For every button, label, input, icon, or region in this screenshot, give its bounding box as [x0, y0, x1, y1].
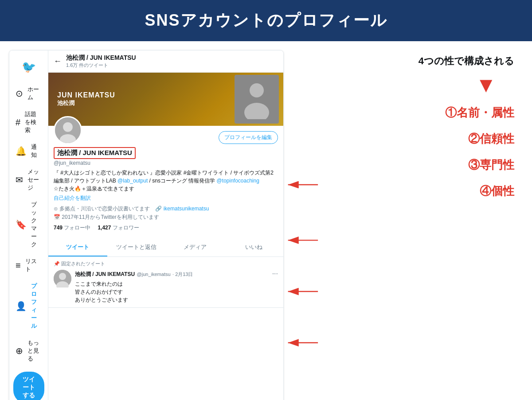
tweet-date: · 2月13日: [172, 272, 193, 277]
following-label: フォロー中: [64, 225, 90, 231]
annotation-item-1: ①名前・属性: [297, 106, 514, 120]
header: SNSアカウントのプロフィール: [0, 0, 532, 41]
profile-nav-tweets: 1.6万 件のツイート: [66, 62, 136, 69]
profile-name-box: 池松潤 / JUN IKEMATSU: [54, 147, 136, 159]
following-count: 749: [54, 225, 63, 231]
mention-lab[interactable]: @lab_output: [117, 178, 148, 184]
profile-bio: 『 #大人はシゴトと恋でしか変われない 』恋愛小説家 #金曜トワイライト / サ…: [54, 169, 278, 193]
profile-website-link[interactable]: ikematsunikematsu: [164, 206, 209, 212]
tweet-button[interactable]: ツイートする: [13, 372, 44, 400]
profile-avatar-area: プロフィールを編集: [48, 113, 283, 144]
pinned-tweet: 池松潤 / JUN IKEMATSU @jun_ikematsu · 2月13日…: [54, 270, 278, 304]
twitter-logo-icon: 🐦: [22, 56, 36, 81]
sidebar-item-home[interactable]: ⊙ ホーム: [9, 81, 48, 106]
annotation-item-2: ②信頼性: [297, 132, 514, 146]
page-title: SNSアカウントのプロフィール: [18, 10, 514, 31]
profile-avatar: [54, 116, 82, 144]
tweet-author-handle: @jun_ikematsu: [137, 272, 171, 277]
edit-profile-button[interactable]: プロフィールを編集: [219, 131, 278, 144]
profile-nav-name: 池松潤 / JUN IKEMATSU: [66, 54, 136, 62]
sidebar-item-lists[interactable]: ≡ リスト: [9, 253, 48, 278]
followers-count: 1,427: [98, 225, 111, 231]
sidebar-label-lists: リスト: [25, 257, 42, 273]
followers-label: フォロワー: [113, 225, 139, 231]
twitter-sidebar: 🐦 ⊙ ホーム # 話題を検索 🔔 通知 ✉ メ: [9, 50, 48, 400]
profile-location: ⊙ 多拠点・川沿いで恋愛小説書いてます 🔗 ikematsunikematsu: [54, 205, 278, 213]
annotation-item-4: ④個性: [297, 184, 514, 198]
svg-point-4: [63, 122, 73, 132]
tab-likes[interactable]: いいね: [225, 239, 284, 256]
translate-bio-link[interactable]: 自己紹介を翻訳: [54, 194, 278, 202]
annotation-panel: 4つの性で構成される ▼ ①名前・属性 ②信頼性 ③専門性 ④個性: [284, 50, 523, 400]
twitter-main: ← 池松潤 / JUN IKEMATSU 1.6万 件のツイート JUN IKE…: [48, 50, 283, 400]
sidebar-item-notifications[interactable]: 🔔 通知: [9, 139, 48, 163]
annotation-item-3: ③専門性: [297, 158, 514, 172]
tweet-header: 池松潤 / JUN IKEMATSU @jun_ikematsu · 2月13日…: [75, 270, 278, 278]
mail-icon: ✉: [16, 175, 23, 185]
sidebar-label-search: 話題を検索: [25, 110, 42, 134]
annotation-items: ①名前・属性 ②信頼性 ③専門性 ④個性: [297, 106, 514, 198]
profile-joined: 📅 2017年11月からTwitterを利用しています: [54, 213, 278, 221]
sidebar-item-profile[interactable]: 👤 プロフィール: [9, 278, 48, 334]
profile-info: 池松潤 / JUN IKEMATSU @jun_ikematsu 『 #大人はシ…: [48, 144, 283, 235]
tab-tweets[interactable]: ツイート: [48, 239, 107, 256]
annotation-main-text: 4つの性で構成される: [297, 54, 514, 68]
pinned-label: 📌 固定されたツイート: [54, 260, 278, 267]
tweet-text: ここまで来れたのは皆さんのおかげですありがとうございます: [75, 280, 278, 304]
arrows-svg: [284, 50, 523, 400]
person-icon: 👤: [16, 301, 27, 311]
more-icon: ⊕: [16, 346, 23, 356]
profile-handle: @jun_ikematsu: [54, 160, 278, 166]
annotation-label-3: ③専門性: [297, 158, 514, 172]
tab-media[interactable]: メディア: [166, 239, 225, 256]
sidebar-item-search[interactable]: # 話題を検索: [9, 106, 48, 139]
tweet-more-button[interactable]: ···: [272, 270, 278, 278]
tweet-avatar: [54, 270, 71, 287]
twitter-panel: 🐦 ⊙ ホーム # 話題を検索 🔔 通知 ✉ メ: [9, 50, 284, 400]
profile-meta: ⊙ 多拠点・川沿いで恋愛小説書いてます 🔗 ikematsunikematsu …: [54, 205, 278, 221]
sidebar-label-more: もっと見る: [27, 339, 42, 363]
svg-point-1: [250, 83, 264, 97]
down-arrow-icon: ▼: [475, 73, 497, 97]
sidebar-item-more[interactable]: ⊕ もっと見る: [9, 334, 48, 367]
sidebar-label-profile: プロフィール: [31, 282, 42, 330]
sidebar-label-messages: メッセージ: [27, 168, 42, 192]
search-icon: #: [16, 117, 20, 128]
mention-topinfo[interactable]: @topinfocoaching: [217, 178, 259, 184]
annotation-label-4: ④個性: [297, 184, 514, 198]
pinned-section: 📌 固定されたツイート: [48, 257, 283, 308]
bookmark-icon: 🔖: [16, 219, 27, 230]
tab-tweets-replies[interactable]: ツイートと返信: [107, 239, 166, 256]
sidebar-item-bookmarks[interactable]: 🔖 ブックマーク: [9, 196, 48, 253]
arrow-down-area: ▼: [297, 73, 497, 97]
banner-name-en: JUN IKEMATSU: [57, 91, 115, 99]
bell-icon: 🔔: [16, 146, 27, 156]
sidebar-label-home: ホーム: [27, 85, 42, 101]
annotation-label-2: ②信頼性: [297, 132, 514, 146]
page-container: SNSアカウントのプロフィール 🐦 ⊙ ホーム # 話題を検索: [0, 0, 532, 400]
profile-name: 池松潤 / JUN IKEMATSU: [57, 149, 132, 156]
back-button[interactable]: ←: [54, 57, 62, 66]
main-content: 🐦 ⊙ ホーム # 話題を検索 🔔 通知 ✉ メ: [0, 41, 532, 400]
profile-tabs: ツイート ツイートと返信 メディア いいね: [48, 239, 283, 257]
annotation-label-1: ①名前・属性: [297, 106, 514, 120]
tweet-author-name: 池松潤 / JUN IKEMATSU: [75, 271, 135, 277]
sidebar-label-bookmarks: ブックマーク: [31, 201, 42, 249]
home-icon: ⊙: [16, 88, 23, 99]
profile-nav: ← 池松潤 / JUN IKEMATSU 1.6万 件のツイート: [48, 50, 283, 73]
svg-point-7: [59, 273, 66, 280]
profile-stats: 749 フォロー中 1,427 フォロワー: [54, 224, 278, 232]
banner-name-ja: 池松潤: [57, 99, 115, 107]
sidebar-label-notifications: 通知: [31, 143, 42, 159]
list-icon: ≡: [16, 260, 21, 271]
sidebar-item-messages[interactable]: ✉ メッセージ: [9, 163, 48, 196]
